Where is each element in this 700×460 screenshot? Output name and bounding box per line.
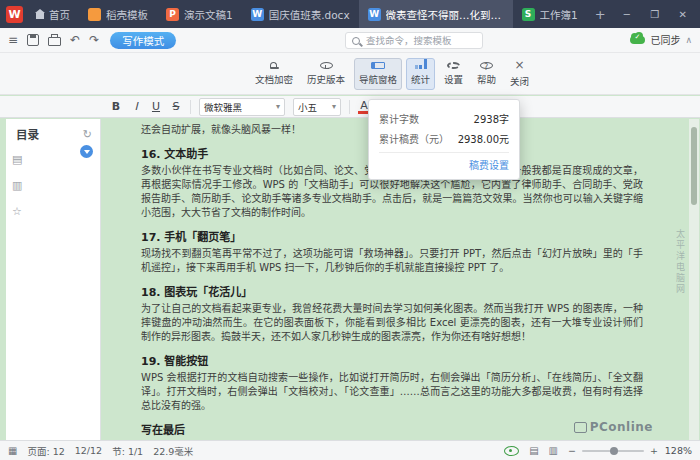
separator bbox=[349, 100, 350, 114]
gear-icon bbox=[447, 62, 460, 69]
work-area: 目录 ↻ ▤ ▥ ☆ 还会自动扩展，就像头脑风暴一样！ 16. 文本助手 多数小… bbox=[0, 119, 700, 440]
bold-button[interactable]: B bbox=[110, 100, 122, 113]
toc-view-options: ▤ ▥ ☆ bbox=[12, 153, 22, 218]
redo-icon[interactable]: ↷ bbox=[89, 34, 99, 46]
section-body: WPS 会根据打开的文档自动搜索一些操作，比如说打开简历时，右侧会弹出「简历分析… bbox=[141, 371, 643, 413]
zoom-slider-knob[interactable] bbox=[610, 447, 618, 455]
toc-header: 目录 ↻ bbox=[6, 119, 100, 146]
section-heading: 18. 图表玩「花活儿」 bbox=[141, 283, 643, 299]
font-size-select[interactable]: 小五 ▾ bbox=[293, 98, 341, 116]
bar-chart-icon bbox=[419, 65, 422, 69]
new-tab-button[interactable]: + bbox=[587, 7, 614, 22]
tab-home[interactable]: 首页 bbox=[27, 0, 79, 28]
statistics-button[interactable]: 统计 bbox=[406, 58, 435, 90]
font-size: 小五 bbox=[298, 100, 317, 114]
sync-status[interactable]: ✓ 已同步 ∧ bbox=[630, 32, 692, 47]
command-search[interactable] bbox=[345, 32, 483, 49]
font-family-select[interactable]: 微软雅黑 ▾ bbox=[199, 98, 285, 116]
zoom-level[interactable]: 128% bbox=[664, 445, 692, 456]
print-icon[interactable] bbox=[48, 34, 61, 46]
bookmark-view-icon[interactable]: ☆ bbox=[12, 205, 22, 218]
chevron-down-icon: ▾ bbox=[332, 102, 336, 111]
minimize-button[interactable]: ─ bbox=[614, 0, 640, 28]
button-label: 统计 bbox=[411, 72, 430, 86]
quick-access-toolbar: ≡ ↶ ↷ 写作模式 ✓ 已同步 ∧ bbox=[0, 28, 700, 53]
section-heading: 写在最后 bbox=[141, 421, 643, 437]
tab-label: 微表查怪不得丽…化到什么程度了 bbox=[386, 7, 504, 22]
home-icon bbox=[36, 13, 44, 19]
button-label: 历史版本 bbox=[307, 72, 345, 86]
maximize-button[interactable]: ❐ bbox=[642, 0, 668, 28]
outline-view-icon[interactable]: ▤ bbox=[12, 153, 22, 166]
close-pane-button[interactable]: × 关闭 bbox=[505, 58, 534, 90]
settings-button[interactable]: 设置 bbox=[439, 58, 468, 90]
save-icon[interactable] bbox=[27, 34, 39, 46]
separator bbox=[190, 100, 191, 114]
collapse-ribbon-icon[interactable]: ∧ bbox=[685, 35, 692, 45]
fee-settings-link[interactable]: 稿费设置 bbox=[379, 157, 509, 172]
eye-protection-icon[interactable] bbox=[504, 446, 519, 456]
camera-logo-icon bbox=[574, 422, 587, 433]
menu-icon[interactable]: ≡ bbox=[8, 34, 18, 46]
docer-icon bbox=[88, 8, 101, 21]
button-label: 导航窗格 bbox=[359, 72, 397, 86]
button-label: 设置 bbox=[444, 72, 463, 86]
web-view-icon[interactable]: ▥ bbox=[549, 445, 558, 456]
scrollbar-thumb[interactable] bbox=[691, 127, 697, 205]
divider bbox=[379, 152, 509, 153]
wps-window: W 首页 稻壳模板 P 演示文稿1 W 国庆值班表.docx W 微表查怪不得丽… bbox=[0, 0, 700, 460]
window-controls: ─ ❐ ✕ bbox=[614, 0, 696, 28]
status-page-count: 12/12 bbox=[75, 445, 102, 456]
underline-button[interactable]: U bbox=[150, 100, 162, 113]
pconline-watermark: PConline bbox=[574, 420, 653, 434]
zoom-slider[interactable] bbox=[582, 450, 644, 452]
chapter-view-icon[interactable]: ▥ bbox=[12, 179, 22, 192]
toc-panel: 目录 ↻ ▤ ▥ ☆ bbox=[6, 119, 101, 440]
tab-presentation1[interactable]: P 演示文稿1 bbox=[157, 0, 242, 28]
spreadsheet-icon: S bbox=[522, 8, 535, 21]
tab-label: 工作簿1 bbox=[540, 7, 578, 22]
presentation-icon: P bbox=[166, 8, 179, 21]
zoom-in-button[interactable]: + bbox=[650, 445, 658, 456]
collapse-panel-button[interactable] bbox=[80, 145, 93, 158]
stat-label: 累计稿费（元） bbox=[379, 131, 449, 146]
encrypt-document-button[interactable]: 文档加密 bbox=[250, 58, 298, 90]
tab-docer-templates[interactable]: 稻壳模板 bbox=[79, 0, 157, 28]
page-view-icon[interactable]: ▤ bbox=[529, 445, 538, 456]
stat-row: 累计稿费（元） 2938.00元 bbox=[379, 128, 509, 148]
font-name: 微软雅黑 bbox=[204, 100, 242, 114]
close-window-button[interactable]: ✕ bbox=[670, 0, 696, 28]
navigation-pane-button[interactable]: 导航窗格 bbox=[354, 58, 402, 90]
status-page: 页面: 12 bbox=[27, 444, 64, 458]
strikethrough-button[interactable]: S bbox=[170, 100, 182, 113]
writer-icon: W bbox=[368, 8, 381, 21]
tab-label: 首页 bbox=[49, 7, 70, 22]
stat-label: 累计字数 bbox=[379, 111, 419, 126]
status-section: 节: 1/1 bbox=[112, 444, 143, 458]
history-versions-button[interactable]: 历史版本 bbox=[302, 58, 350, 90]
zoom-controls: − + 128% bbox=[568, 445, 692, 456]
tab-workbook1[interactable]: S 工作簿1 bbox=[513, 0, 587, 28]
ribbon: 文档加密 历史版本 导航窗格 统计 设置 帮助 × 关闭 bbox=[0, 53, 700, 95]
tab-label: 演示文稿1 bbox=[184, 7, 233, 22]
tab-document-duty-roster[interactable]: W 国庆值班表.docx bbox=[242, 0, 359, 28]
tab-active-document[interactable]: W 微表查怪不得丽…化到什么程度了 bbox=[359, 0, 513, 28]
section-final: 写在最后 在 WPS 中有很多实用功能，能够大大提高我们的工作效率。那么看到这儿… bbox=[141, 421, 643, 440]
section-18: 18. 图表玩「花活儿」 为了让自己的文档看起来更专业，我曾经花费大量时间去学习… bbox=[141, 283, 643, 344]
vertical-scrollbar[interactable] bbox=[689, 119, 699, 440]
zoom-out-button[interactable]: − bbox=[568, 445, 576, 456]
section-19: 19. 智能按钮 WPS 会根据打开的文档自动搜索一些操作，比如说打开简历时，右… bbox=[141, 352, 643, 413]
tab-label: 国庆值班表.docx bbox=[269, 7, 350, 22]
writing-mode-button[interactable]: 写作模式 bbox=[110, 32, 176, 49]
italic-button[interactable]: I bbox=[130, 100, 142, 113]
pane-icon bbox=[371, 62, 385, 69]
search-input[interactable] bbox=[364, 34, 478, 47]
tab-label: 稻壳模板 bbox=[106, 7, 148, 22]
undo-icon[interactable]: ↶ bbox=[70, 34, 80, 46]
toc-title: 目录 bbox=[16, 126, 39, 142]
help-button[interactable]: 帮助 bbox=[472, 58, 501, 90]
clock-icon bbox=[320, 62, 333, 69]
stat-value: 2938字 bbox=[474, 111, 509, 126]
refresh-icon[interactable]: ↻ bbox=[83, 128, 92, 141]
button-label: 关闭 bbox=[510, 74, 529, 88]
